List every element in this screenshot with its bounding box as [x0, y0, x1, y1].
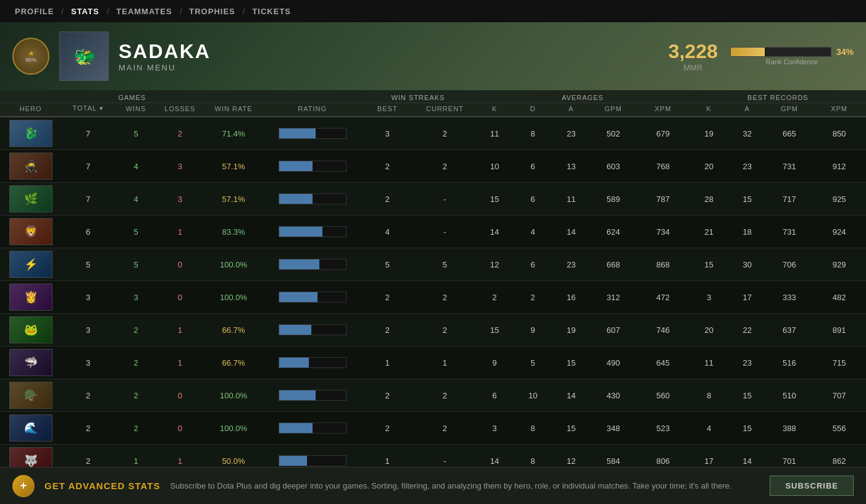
col-current: 2 — [414, 412, 476, 445]
col-best: 2 — [361, 281, 414, 314]
th-total[interactable]: TOTAL ▾ — [61, 103, 115, 117]
dota-plus-icon: + — [12, 475, 35, 497]
col-bgpm: 731 — [767, 216, 812, 248]
th-winstreaks-group: WIN STREAKS — [361, 90, 476, 103]
confidence-fill — [731, 48, 765, 56]
col-best: 1 — [361, 346, 414, 379]
col-k: 12 — [476, 248, 514, 281]
col-a: 15 — [552, 412, 591, 445]
col-current: 2 — [414, 379, 476, 412]
nav-tickets[interactable]: TICKETS — [250, 7, 293, 16]
col-bk: 19 — [690, 117, 728, 150]
col-bxpm: 556 — [812, 412, 866, 445]
col-losses: 0 — [157, 379, 203, 412]
col-wins: 5 — [115, 248, 157, 281]
col-k: 9 — [476, 346, 514, 379]
hero-cell: 🐸 — [0, 314, 61, 346]
col-a: 16 — [552, 281, 591, 314]
rating-bar-outer — [279, 324, 347, 335]
col-current: 2 — [414, 281, 476, 314]
mmr-section: 3,228 MMR — [668, 40, 718, 72]
table-row[interactable]: 🦈 3 2 1 66.7% 1 1 9 5 15 490 645 11 23 5… — [0, 346, 866, 379]
nav-sep-3: / — [180, 7, 182, 16]
nav-teammates[interactable]: TEAMMATES — [114, 7, 174, 16]
rank-pct: 96% — [25, 57, 36, 63]
col-best: 2 — [361, 314, 414, 346]
th-gpm: GPM — [591, 103, 636, 117]
nav-trophies[interactable]: TROPHIES — [187, 7, 237, 16]
nav-stats[interactable]: STATS — [69, 7, 102, 16]
col-losses: 0 — [157, 281, 203, 314]
col-rating — [264, 248, 361, 281]
col-k: 15 — [476, 183, 514, 216]
hero-thumb: 👸 — [9, 284, 53, 311]
rating-bar-blue — [279, 390, 316, 400]
col-winrate: 100.0% — [203, 379, 264, 412]
mmr-value: 3,228 — [668, 40, 718, 63]
hero-cell: 🦈 — [0, 346, 61, 379]
col-bk: 3 — [690, 281, 728, 314]
player-info: SADAKA MAIN MENU — [119, 40, 668, 72]
hero-thumb: 🪖 — [9, 382, 53, 409]
th-games-group: GAMES — [61, 90, 203, 103]
confidence-label: Rank Confidence — [730, 58, 854, 65]
col-wins: 5 — [115, 117, 157, 150]
col-bxpm: 891 — [812, 314, 866, 346]
col-total: 5 — [61, 248, 115, 281]
hero-thumb: 🥷 — [9, 153, 53, 180]
col-a: 23 — [552, 248, 591, 281]
col-rating — [264, 281, 361, 314]
rating-bar-outer — [279, 161, 347, 172]
table-row[interactable]: 🌿 7 4 3 57.1% 2 - 15 6 11 589 787 28 15 … — [0, 183, 866, 216]
col-total: 2 — [61, 379, 115, 412]
col-current: - — [414, 183, 476, 216]
col-gpm: 589 — [591, 183, 636, 216]
col-wins: 4 — [115, 183, 157, 216]
col-rating — [264, 216, 361, 248]
col-winrate: 66.7% — [203, 346, 264, 379]
col-d: 4 — [514, 216, 552, 248]
rating-bar-outer — [279, 390, 347, 401]
nav-profile[interactable]: PROFILE — [12, 7, 56, 16]
col-header-row: HERO TOTAL ▾ WINS LOSSES WIN RATE RATING… — [0, 103, 866, 117]
table-row[interactable]: 🐉 7 5 2 71.4% 3 2 11 8 23 502 679 19 32 … — [0, 117, 866, 150]
col-gpm: 430 — [591, 379, 636, 412]
col-best: 2 — [361, 379, 414, 412]
th-bk: K — [690, 103, 728, 117]
th-hero-group — [0, 90, 61, 103]
nav-sep-1: / — [61, 7, 64, 16]
rating-bar-blue — [279, 325, 311, 335]
col-a: 13 — [552, 150, 591, 183]
hero-cell: 🌿 — [0, 183, 61, 216]
table-row[interactable]: 🥷 7 4 3 57.1% 2 2 10 6 13 603 768 20 23 … — [0, 150, 866, 183]
col-bxpm: 482 — [812, 281, 866, 314]
rating-bar-outer — [279, 226, 347, 237]
mmr-label: MMR — [668, 63, 718, 72]
col-k: 15 — [476, 314, 514, 346]
table-row[interactable]: 🌊 2 2 0 100.0% 2 2 3 8 15 348 523 4 15 3… — [0, 412, 866, 445]
table-row[interactable]: 🪖 2 2 0 100.0% 2 2 6 10 14 430 560 8 15 … — [0, 379, 866, 412]
table-row[interactable]: 🐸 3 2 1 66.7% 2 2 15 9 19 607 746 20 22 … — [0, 314, 866, 346]
col-winrate: 66.7% — [203, 314, 264, 346]
hero-thumb: 🌊 — [9, 414, 53, 442]
subscribe-button[interactable]: SUBSCRIBE — [770, 476, 854, 496]
col-bxpm: 924 — [812, 216, 866, 248]
col-rating — [264, 379, 361, 412]
col-bgpm: 731 — [767, 150, 812, 183]
col-losses: 1 — [157, 216, 203, 248]
col-d: 6 — [514, 248, 552, 281]
col-rating — [264, 150, 361, 183]
col-total: 3 — [61, 281, 115, 314]
col-d: 10 — [514, 379, 552, 412]
table-row[interactable]: 🦁 6 5 1 83.3% 4 - 14 4 14 624 734 21 18 … — [0, 216, 866, 248]
table-row[interactable]: ⚡ 5 5 0 100.0% 5 5 12 6 23 668 868 15 30… — [0, 248, 866, 281]
col-xpm: 645 — [636, 346, 690, 379]
col-rating — [264, 117, 361, 150]
col-losses: 0 — [157, 248, 203, 281]
col-a: 14 — [552, 379, 591, 412]
table-body: 🐉 7 5 2 71.4% 3 2 11 8 23 502 679 19 32 … — [0, 117, 866, 504]
hero-thumb: 🦈 — [9, 349, 53, 376]
hero-thumb: 🐸 — [9, 316, 53, 343]
th-ba: A — [728, 103, 767, 117]
table-row[interactable]: 👸 3 3 0 100.0% 2 2 2 2 16 312 472 3 17 3… — [0, 281, 866, 314]
